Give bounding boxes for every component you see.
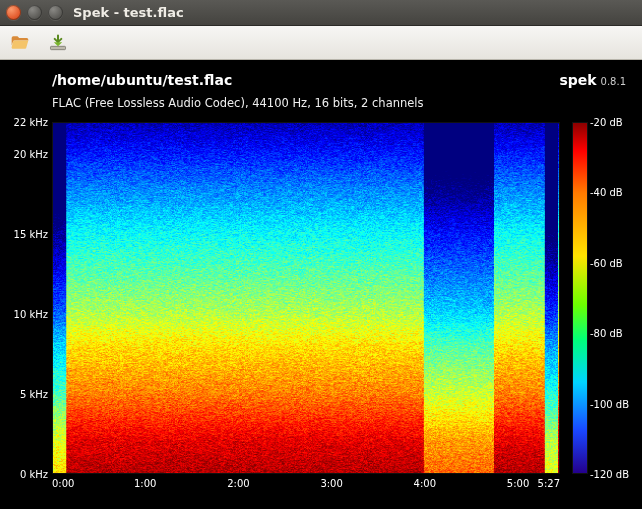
colorbar-tick: -120 dB	[590, 469, 629, 480]
colorbar: -20 dB-40 dB-60 dB-80 dB-100 dB-120 dB	[572, 122, 628, 474]
file-path: /home/ubuntu/test.flac	[52, 72, 232, 88]
x-axis: 0:001:002:003:004:005:005:27	[52, 474, 560, 496]
x-tick: 3:00	[320, 478, 342, 489]
x-tick: 5:00	[507, 478, 529, 489]
folder-open-icon	[9, 33, 31, 53]
y-tick: 0 kHz	[20, 469, 48, 480]
window-title: Spek - test.flac	[73, 5, 184, 20]
colorbar-tick: -40 dB	[590, 187, 623, 198]
y-tick: 20 kHz	[14, 149, 48, 160]
y-tick: 5 kHz	[20, 389, 48, 400]
spectrogram-area: 22 kHz20 kHz15 kHz10 kHz5 kHz0 kHz -20 d…	[14, 122, 628, 474]
content: /home/ubuntu/test.flac spek0.8.1 FLAC (F…	[0, 60, 642, 509]
colorbar-tick: -20 dB	[590, 117, 623, 128]
open-button[interactable]	[8, 32, 32, 54]
maximize-icon[interactable]	[48, 5, 63, 20]
x-tick: 5:27	[538, 478, 560, 489]
minimize-icon[interactable]	[27, 5, 42, 20]
colorbar-tick: -80 dB	[590, 328, 623, 339]
toolbar	[0, 26, 642, 60]
x-tick: 2:00	[227, 478, 249, 489]
x-tick: 0:00	[52, 478, 74, 489]
y-tick: 22 kHz	[14, 117, 48, 128]
colorbar-tick: -60 dB	[590, 257, 623, 268]
close-icon[interactable]	[6, 5, 21, 20]
spectrogram	[52, 122, 560, 474]
x-tick: 4:00	[414, 478, 436, 489]
colorbar-gradient	[572, 122, 588, 474]
y-tick: 10 kHz	[14, 309, 48, 320]
colorbar-tick: -100 dB	[590, 398, 629, 409]
save-button[interactable]	[46, 32, 70, 54]
y-axis: 22 kHz20 kHz15 kHz10 kHz5 kHz0 kHz	[14, 122, 52, 474]
app-name: spek	[559, 72, 596, 88]
y-tick: 15 kHz	[14, 229, 48, 240]
spectrogram-canvas	[53, 123, 559, 473]
app-brand: spek0.8.1	[559, 72, 626, 88]
download-icon	[47, 33, 69, 53]
app-version: 0.8.1	[601, 76, 626, 87]
file-meta: FLAC (Free Lossless Audio Codec), 44100 …	[14, 96, 628, 110]
titlebar: Spek - test.flac	[0, 0, 642, 26]
x-tick: 1:00	[134, 478, 156, 489]
svg-rect-0	[51, 46, 66, 49]
